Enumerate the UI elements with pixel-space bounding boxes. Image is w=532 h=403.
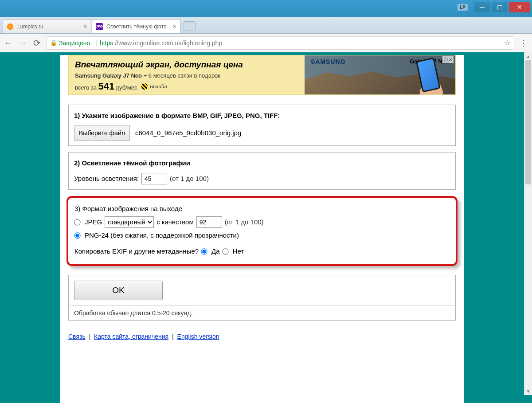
scroll-thumb[interactable]: [525, 60, 531, 184]
quality-label: с качеством: [156, 215, 194, 229]
ad-subline-rest: + 6 месяцев связи в подарок: [142, 72, 220, 79]
step2-title: 2) Осветление тёмной фотографии: [74, 157, 450, 170]
ad-headline: Впечатляющий экран, доступная цена: [75, 60, 298, 70]
tab-lumpics[interactable]: Lumpics.ru ×: [3, 19, 91, 33]
exif-no-radio[interactable]: [222, 248, 228, 254]
ad-price-prefix: всего за: [75, 84, 98, 91]
close-tab-icon[interactable]: ×: [172, 23, 176, 30]
exif-row: Копировать EXIF и другие метаданные? Да …: [74, 245, 450, 258]
ad-left: Впечатляющий экран, доступная цена Samsu…: [69, 55, 305, 94]
chosen-filename: c6044_0_967e5_9cd0b030_orig.jpg: [135, 127, 241, 140]
ad-price-line: всего за 541 руб/мес Билайн: [75, 81, 298, 92]
browser-toolbar: ← → ⟳ 🔒 Защищено | https://www.imgonline…: [0, 34, 532, 52]
submit-row: OK: [68, 275, 456, 305]
viewport: Впечатляющий экран, доступная цена Samsu…: [0, 52, 532, 403]
forward-button[interactable]: →: [18, 38, 27, 48]
footer-link-contact[interactable]: Связь: [68, 333, 86, 340]
new-tab-button[interactable]: [184, 21, 196, 31]
tab-title: Lumpics.ru: [17, 23, 81, 30]
step3-title: 3) Формат изображения на выходе: [74, 202, 450, 215]
ad-price: 541: [98, 81, 115, 92]
close-window-button[interactable]: ✕: [509, 2, 530, 12]
jpg-favicon-icon: JPG: [96, 23, 103, 30]
step2-box: 2) Осветление тёмной фотографии Уровень …: [68, 152, 456, 190]
footer-link-english[interactable]: English version: [177, 333, 219, 340]
tab-imgonline[interactable]: JPG Осветлить тёмную фото ×: [92, 19, 180, 33]
window-controls: LP ─ ▢ ✕: [458, 2, 530, 12]
jpeg-radio[interactable]: [74, 219, 80, 225]
level-hint: (от 1 до 100): [170, 172, 209, 185]
secure-label: Защищено: [59, 39, 90, 47]
ok-button[interactable]: OK: [74, 281, 163, 300]
jpeg-label: JPEG: [85, 215, 102, 229]
lightening-level-input[interactable]: [141, 173, 167, 184]
adchoices-badge[interactable]: ⓘ ✕: [442, 56, 454, 63]
vertical-scrollbar[interactable]: ▲ ▼: [524, 52, 532, 395]
scroll-down-icon[interactable]: ▼: [524, 387, 532, 395]
lock-icon: 🔒: [50, 39, 57, 46]
tab-title: Осветлить тёмную фото: [106, 23, 170, 30]
lp-badge: LP: [458, 4, 468, 11]
ad-info-icon: ⓘ: [444, 57, 448, 63]
processing-note: Обработка обычно длится 0.5-20 секунд.: [68, 305, 456, 321]
exif-yes-label: Да: [211, 245, 220, 258]
step3-highlight-box: 3) Формат изображения на выходе JPEG ста…: [66, 196, 458, 266]
page-content: Впечатляющий экран, доступная цена Samsu…: [60, 55, 464, 403]
png-label: PNG-24 (без сжатия, с поддержкой прозрач…: [85, 229, 239, 242]
step1-box: 1) Укажите изображение в формате BMP, GI…: [68, 105, 456, 146]
reload-button[interactable]: ⟳: [32, 38, 42, 48]
ad-banner[interactable]: Впечатляющий экран, доступная цена Samsu…: [68, 55, 456, 95]
ad-close-icon[interactable]: ✕: [449, 57, 452, 62]
ad-price-suffix: руб/мес: [114, 84, 137, 91]
url-path: ://www.imgonline.com.ua/lightening.php: [113, 39, 222, 47]
beeline-icon: [141, 83, 148, 90]
scroll-up-icon[interactable]: ▲: [524, 52, 532, 60]
exif-label: Копировать EXIF и другие метаданные?: [74, 245, 199, 258]
step3-wrap: 3) Формат изображения на выходе JPEG ста…: [66, 196, 458, 266]
ad-product-bold: Samsung Galaxy J7 Neo: [75, 72, 142, 79]
exif-no-label: Нет: [233, 245, 244, 258]
maximize-button[interactable]: ▢: [492, 2, 508, 12]
level-label: Уровень осветления:: [74, 172, 139, 185]
quality-hint: (от 1 до 100): [225, 215, 264, 229]
ad-right: SAMSUNG Galaxy J7 Neo ⓘ ✕: [305, 55, 455, 94]
url-field[interactable]: 🔒 Защищено | https://www.imgonline.com.u…: [46, 36, 514, 50]
beeline-logo: Билайн: [141, 83, 167, 90]
exif-yes-radio[interactable]: [201, 248, 207, 254]
step1-title: 1) Укажите изображение в формате BMP, GI…: [74, 110, 450, 122]
close-tab-icon[interactable]: ×: [83, 23, 87, 30]
footer-links: Связь | Карта сайта, ограничения | Engli…: [68, 333, 456, 340]
ad-subline: Samsung Galaxy J7 Neo + 6 месяцев связи …: [75, 72, 298, 79]
url-separator: |: [95, 39, 97, 47]
browser-menu-button[interactable]: ⋮: [519, 38, 528, 48]
browser-tabbar: Lumpics.ru × JPG Осветлить тёмную фото ×: [0, 17, 532, 34]
window-titlebar: LP ─ ▢ ✕: [0, 0, 532, 17]
window-root: LP ─ ▢ ✕ Lumpics.ru × JPG Осветлить тёмн…: [0, 0, 532, 403]
footer-link-sitemap[interactable]: Карта сайта, ограничения: [94, 333, 168, 340]
choose-file-button[interactable]: Выберите файл: [74, 125, 130, 141]
jpeg-mode-select[interactable]: стандартный: [105, 216, 154, 228]
back-button[interactable]: ←: [4, 38, 13, 48]
jpeg-quality-input[interactable]: [196, 216, 222, 228]
png-radio[interactable]: [74, 232, 80, 239]
file-chooser-row: Выберите файл c6044_0_967e5_9cd0b030_ori…: [74, 125, 450, 141]
bookmark-star-icon[interactable]: ☆: [504, 39, 510, 47]
png-option-row: PNG-24 (без сжатия, с поддержкой прозрач…: [74, 229, 450, 242]
minimize-button[interactable]: ─: [474, 2, 490, 12]
samsung-logo: SAMSUNG: [311, 58, 346, 65]
page-background: Впечатляющий экран, доступная цена Samsu…: [0, 52, 524, 403]
url-protocol: https: [100, 39, 113, 47]
lumpics-favicon-icon: [7, 23, 14, 30]
lightening-level-row: Уровень осветления: (от 1 до 100): [74, 172, 450, 185]
jpeg-option-row: JPEG стандартный с качеством (от 1 до 10…: [74, 215, 450, 229]
